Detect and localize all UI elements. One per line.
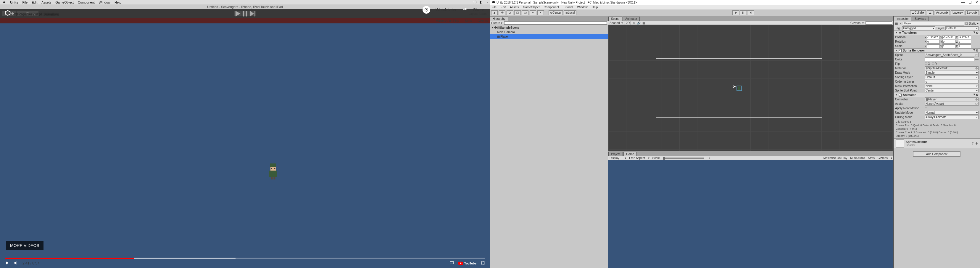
gizmos-toggle[interactable]: Gizmos bbox=[477, 19, 488, 22]
video-play-button[interactable] bbox=[5, 261, 10, 266]
help-icon[interactable]: ? bbox=[972, 142, 974, 145]
collab-dropdown[interactable]: ☁ Collab ▾ bbox=[910, 10, 926, 15]
scale-slider[interactable] bbox=[663, 158, 704, 159]
mac-menu-gameobject[interactable]: GameObject bbox=[55, 1, 74, 4]
material-slot[interactable]: Sprites-Default Shader ? ⚙ bbox=[894, 138, 980, 148]
gear-icon[interactable]: ⚙ bbox=[975, 142, 978, 145]
tag-dropdown[interactable]: Untagged▾ bbox=[902, 26, 935, 30]
tab-animator[interactable]: Animator bbox=[622, 17, 640, 21]
menu-tutorial[interactable]: Tutorial bbox=[563, 6, 573, 9]
gear-icon[interactable]: ⚙ bbox=[976, 31, 978, 34]
avatar-field[interactable]: None (Avatar)⊙ bbox=[925, 102, 978, 106]
position-y[interactable] bbox=[942, 35, 955, 39]
aspect-dropdown[interactable]: Free Aspect bbox=[629, 156, 645, 160]
step-button[interactable] bbox=[747, 10, 754, 15]
play-button[interactable] bbox=[234, 11, 241, 16]
sound-icon[interactable]: ◧ bbox=[479, 0, 482, 4]
youtube-logo[interactable]: YouTube bbox=[458, 261, 476, 266]
tab-project[interactable]: Project bbox=[608, 152, 623, 156]
mask-dropdown[interactable]: None▾ bbox=[925, 84, 978, 88]
menu-gameobject[interactable]: GameObject bbox=[523, 6, 539, 9]
help-icon[interactable]: ? bbox=[973, 93, 975, 97]
account-dropdown[interactable]: Account ▾ bbox=[935, 10, 950, 15]
tab-scene[interactable]: Scene bbox=[608, 17, 622, 21]
order-field[interactable] bbox=[925, 80, 978, 83]
menu-window[interactable]: Window bbox=[577, 6, 588, 9]
mac-menu-help[interactable]: Help bbox=[115, 1, 121, 4]
gameobject-active-checkbox[interactable]: ✓ bbox=[899, 22, 902, 25]
animator-header[interactable]: ▼✓Animator?⚙ bbox=[894, 93, 980, 97]
sprite-field[interactable]: Scavengers_SpriteSheet_0⊙ bbox=[925, 53, 978, 57]
help-icon[interactable]: ? bbox=[973, 31, 975, 34]
material-field[interactable]: ⊚Sprites-Default⊙ bbox=[925, 66, 978, 70]
pivot-center-toggle[interactable]: ⊕ Center bbox=[549, 10, 563, 15]
maximize-button[interactable]: ☐ bbox=[969, 0, 972, 5]
pause-button[interactable] bbox=[740, 10, 747, 15]
draw-mode-dropdown[interactable]: Simple▾ bbox=[925, 71, 978, 75]
sorting-layer-dropdown[interactable]: Default▾ bbox=[925, 75, 978, 79]
wifi-icon[interactable]: ⚪ bbox=[473, 0, 477, 4]
sort-point-dropdown[interactable]: Center▾ bbox=[925, 89, 978, 93]
sprite-renderer-header[interactable]: ▼✓Sprite Renderer?⚙ bbox=[894, 48, 980, 53]
gizmos-dropdown[interactable]: Gizmos bbox=[878, 156, 888, 160]
scene-view[interactable]: ➤ bbox=[608, 25, 893, 151]
game-view[interactable] bbox=[608, 160, 893, 268]
root-motion-checkbox[interactable]: ☐ bbox=[925, 107, 928, 110]
gear-icon[interactable]: ⚙ bbox=[976, 49, 978, 52]
tab-services[interactable]: Services bbox=[912, 17, 929, 21]
update-mode-dropdown[interactable]: Normal▾ bbox=[925, 111, 978, 115]
more-videos-button[interactable]: MORE VIDEOS bbox=[6, 241, 43, 250]
menu-file[interactable]: File bbox=[492, 6, 496, 9]
hierarchy-item-player[interactable]: ▦Player bbox=[490, 34, 608, 39]
mac-app-name[interactable]: Unity bbox=[10, 1, 18, 4]
flip-x-checkbox[interactable]: ☐ X bbox=[925, 62, 930, 65]
rect-tool[interactable] bbox=[522, 10, 528, 15]
shaded-dropdown[interactable]: Shaded bbox=[609, 21, 620, 25]
menu-assets[interactable]: Assets bbox=[510, 6, 519, 9]
fullscreen-icon[interactable] bbox=[480, 261, 485, 266]
audio-toggle[interactable]: 🔊 bbox=[637, 21, 641, 25]
color-field[interactable] bbox=[925, 57, 974, 61]
help-icon[interactable]: ? bbox=[973, 49, 975, 52]
mac-menu-edit[interactable]: Edit bbox=[32, 1, 37, 4]
rotation-z[interactable] bbox=[958, 40, 971, 43]
hierarchy-search[interactable] bbox=[504, 21, 607, 25]
static-checkbox[interactable]: ☐ Static ▾ bbox=[965, 22, 978, 25]
layer-dropdown[interactable]: Default▾ bbox=[945, 26, 978, 30]
video-viewport[interactable]: MORE VIDEOS 2:41 / 8:57 YouTube bbox=[0, 23, 490, 268]
rotation-x[interactable] bbox=[927, 40, 940, 43]
scene-player-sprite[interactable] bbox=[736, 85, 742, 91]
scene-search[interactable] bbox=[865, 21, 892, 25]
sprite-renderer-enabled[interactable]: ✓ bbox=[899, 49, 902, 52]
mac-menu-window[interactable]: Window bbox=[99, 1, 110, 4]
stats-toggle[interactable]: Stats bbox=[868, 156, 875, 160]
volume-icon[interactable] bbox=[14, 261, 18, 266]
step-button[interactable] bbox=[249, 11, 256, 16]
menu-component[interactable]: Component bbox=[544, 6, 559, 9]
menu-edit[interactable]: Edit bbox=[501, 6, 506, 9]
flip-y-checkbox[interactable]: ☐ Y bbox=[932, 62, 937, 65]
tab-hierarchy[interactable]: Hierarchy bbox=[490, 17, 508, 21]
scale-y[interactable] bbox=[942, 45, 955, 48]
gizmos-dropdown[interactable]: Gizmos bbox=[850, 21, 861, 25]
pause-button[interactable] bbox=[242, 11, 248, 16]
cast-icon[interactable] bbox=[449, 261, 454, 266]
animator-enabled[interactable]: ✓ bbox=[899, 94, 902, 97]
move-tool[interactable] bbox=[499, 10, 505, 15]
transform-header[interactable]: ▼⇔Transform?⚙ bbox=[894, 30, 980, 35]
share-icon[interactable] bbox=[462, 6, 468, 13]
gameobject-name-field[interactable] bbox=[903, 22, 964, 26]
tab-inspector[interactable]: Inspector bbox=[894, 17, 912, 21]
color-picker-icon[interactable] bbox=[975, 59, 978, 60]
lighting-toggle[interactable]: ☀ bbox=[633, 21, 635, 25]
cloud-icon[interactable]: ☁ bbox=[927, 10, 934, 15]
maximize-on-play[interactable]: Maximize On Play bbox=[824, 156, 848, 160]
menu-help[interactable]: Help bbox=[592, 6, 598, 9]
maximize-on-play[interactable]: Maximize on Play bbox=[436, 19, 459, 22]
custom-tool[interactable] bbox=[537, 10, 544, 15]
pivot-local-toggle[interactable]: ⊞ Local bbox=[564, 10, 576, 15]
apple-icon[interactable] bbox=[2, 0, 6, 5]
hierarchy-tree[interactable]: ▼�績SampleScene Main Camera ▦Player bbox=[490, 25, 608, 268]
layout-dropdown[interactable]: Layout ▾ bbox=[966, 10, 979, 15]
scale-z[interactable] bbox=[958, 45, 971, 48]
